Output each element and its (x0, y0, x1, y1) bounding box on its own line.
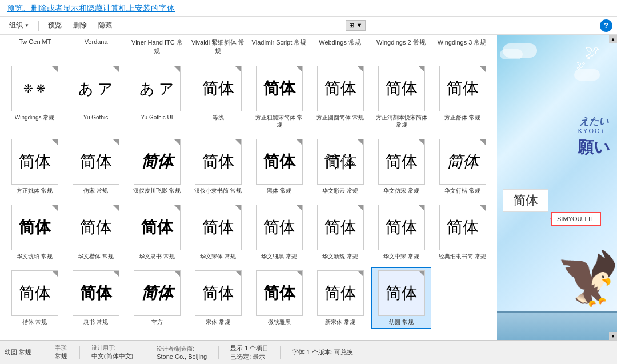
font-name: 华文行楷 常规 (444, 187, 480, 194)
font-item-wingdings[interactable]: ❊ ❋ Wingdings 常规 (5, 63, 65, 131)
scroll-up-arrow[interactable]: ▲ (609, 35, 617, 43)
font-item-hwxinwei[interactable]: 简体 华文新魏 常规 (310, 202, 370, 263)
font-item-hwxingkai[interactable]: 简体 华文行楷 常规 (432, 136, 492, 197)
font-preview-box: 简体 (73, 139, 119, 185)
font-item-fzyao[interactable]: 简体 方正姚体 常规 (5, 136, 65, 197)
count-value: 显示 1 个项目 (230, 344, 269, 353)
font-item-hwfangsong[interactable]: 简体 华文仿宋 常规 (371, 136, 431, 197)
font-preview-box: 简体 (439, 205, 486, 250)
design-for-value: 中文(简体中文) (91, 352, 133, 361)
font-name: Yu Gothic UI (141, 114, 173, 121)
toolbar: 组织 ▼ 预览 删除 隐藏 ⊞ ▼ ? (0, 17, 617, 35)
font-preview-box: あ ア (134, 66, 181, 111)
status-sep2 (79, 346, 80, 359)
scroll-down-arrow[interactable]: ▼ (609, 332, 617, 340)
hide-button[interactable]: 隐藏 (94, 19, 117, 32)
design-for-label: 设计用于: (91, 344, 133, 352)
font-item-xinsongti[interactable]: 简体 新宋体 常规 (310, 267, 370, 329)
font-name: Wingdings 常规 (15, 114, 54, 121)
font-preview-box: 简体 (256, 66, 303, 111)
font-preview-box: 简体 (317, 270, 364, 316)
font-preview-text: 简体 (19, 219, 51, 235)
font-grid-row-0: ❊ ❋ Wingdings 常规 あ ア Yu Gothic あ ア Yu Go… (2, 62, 495, 133)
font-preview-text: 简体 (263, 81, 295, 97)
font-card-text: 简体 (513, 192, 538, 209)
view-toggle: ⊞ ▼ (346, 20, 366, 31)
status-sep5 (280, 346, 281, 359)
font-preview-text: 简体 (263, 219, 295, 235)
font-name: 方正姚体 常规 (17, 187, 53, 194)
col-header-3: Vivaldi 紧细斜体 常规 (187, 37, 249, 57)
font-name: 仿宋 常规 (83, 187, 108, 194)
font-item-hwkaiti[interactable]: 简体 华文楷体 常规 (66, 202, 126, 263)
preview-button[interactable]: 预览 (43, 19, 66, 32)
font-preview-text: 简体 (19, 154, 51, 170)
jp-kanji: 願い (578, 137, 610, 158)
bird-top-right: 🕊 (585, 43, 600, 61)
font-preview-text: 简体 (324, 219, 356, 235)
status-sep4 (218, 346, 219, 359)
font-name: 方正舒体 常规 (444, 114, 480, 121)
help-button[interactable]: ? (600, 19, 612, 32)
wallpaper: 🕊 🕊 えたい KYOO+ 願い 简体 SIMYOU.TTF 🦅 (497, 35, 617, 340)
font-item-hwlishu[interactable]: 简体 华文隶书 常规 (127, 202, 187, 263)
font-item-fzshu[interactable]: 简体 方正舒体 常规 (432, 63, 492, 131)
font-item-hwhupo[interactable]: 简体 华文琥珀 常规 (5, 202, 65, 263)
font-preview-text: 简体 (447, 219, 479, 235)
font-preview-text: 简体 (263, 154, 295, 170)
title-bar: 预览、删除或者显示和隐藏计算机上安装的字体 (0, 0, 617, 17)
font-item-yugothic[interactable]: あ ア Yu Gothic (66, 63, 126, 131)
font-name: Yu Gothic (83, 114, 108, 121)
font-item-hwsongti[interactable]: 简体 华文宋体 常规 (188, 202, 248, 263)
font-preview-text: あ ア (139, 81, 174, 96)
organize-button[interactable]: 组织 ▼ (5, 19, 34, 32)
font-item-hanyi1[interactable]: 简体 汉仪麦川飞影 常规 (127, 136, 187, 197)
font-name: 经典细隶书简 常规 (439, 253, 486, 260)
page-title: 预览、删除或者显示和隐藏计算机上安装的字体 (7, 3, 610, 14)
font-item-fangsong[interactable]: 简体 仿宋 常规 (66, 136, 126, 197)
font-item-youyuan[interactable]: 简体 幼圆 常规 (371, 267, 431, 329)
font-preview-text: 简体 (202, 219, 234, 235)
col-header-0: Tw Cen MT (5, 37, 66, 57)
font-preview-box: 简体 (256, 139, 303, 185)
font-item-dengxian[interactable]: 简体 等线 (188, 63, 248, 131)
font-name: 苹方 (151, 318, 163, 326)
font-item-hanyi2[interactable]: 简体 汉仪小隶书简 常规 (188, 136, 248, 197)
font-preview-box: 简体 (134, 270, 181, 316)
font-item-pingfang[interactable]: 简体 苹方 (127, 267, 187, 329)
font-item-weiruan[interactable]: 简体 微软雅黑 (249, 267, 309, 329)
font-item-yugothicui[interactable]: あ ア Yu Gothic UI (127, 63, 187, 131)
delete-button[interactable]: 删除 (69, 19, 91, 32)
font-item-songti[interactable]: 简体 宋体 常规 (188, 267, 248, 329)
count-value2: 已选定: 最示 (230, 353, 269, 361)
font-item-fzqing[interactable]: 简体 方正清刻本悦宋简体 常规 (371, 63, 431, 131)
status-design-for: 设计用于: 中文(简体中文) (91, 344, 133, 361)
font-item-fzhei[interactable]: 简体 方正粗黑宋简体 常规 (249, 63, 309, 131)
font-item-heiti[interactable]: 简体 黑体 常规 (249, 136, 309, 197)
font-item-lishu[interactable]: 简体 隶书 常规 (66, 267, 126, 329)
font-item-hwxihei[interactable]: 简体 华文细黑 常规 (249, 202, 309, 263)
font-item-jingdian[interactable]: 简体 经典细隶书简 常规 (432, 202, 492, 263)
font-name: 新宋体 常规 (325, 318, 355, 326)
col-header-5: Webdings 常规 (310, 37, 371, 57)
font-preview-text: あ ア (78, 81, 113, 96)
font-preview-box: 简体 (256, 205, 303, 250)
font-name: 楷体 常规 (22, 318, 47, 326)
font-item-fzyuan[interactable]: 简体 方正圆圆简体 常规 (310, 63, 370, 131)
view-toggle-button[interactable]: ⊞ ▼ (346, 20, 366, 31)
font-preview-text: 简体 (202, 154, 234, 170)
font-preview-box: 简体 (73, 205, 119, 250)
font-panel: Tw Cen MT Verdana Viner Hand ITC 常规 Viva… (0, 35, 497, 340)
font-item-hwcaiyun[interactable]: 简体 华文彩云 常规 (310, 136, 370, 197)
font-preview-box: 简体 (378, 270, 425, 316)
col-header-4: Vladimir Script 常规 (249, 37, 310, 57)
font-name: 黑体 常规 (267, 187, 291, 194)
jp-text-2: KYOO+ (578, 127, 606, 134)
bird-mid-right: 🕊 (576, 61, 586, 71)
font-preview-text: 简体 (19, 285, 51, 301)
font-item-kaiti[interactable]: 简体 楷体 常规 (5, 267, 65, 329)
font-preview-box: 简体 (317, 139, 364, 185)
font-preview-text: 简体 (141, 219, 173, 235)
hide-label: 隐藏 (98, 21, 112, 30)
font-item-hwzhongsong[interactable]: 简体 华文中宋 常规 (371, 202, 431, 263)
